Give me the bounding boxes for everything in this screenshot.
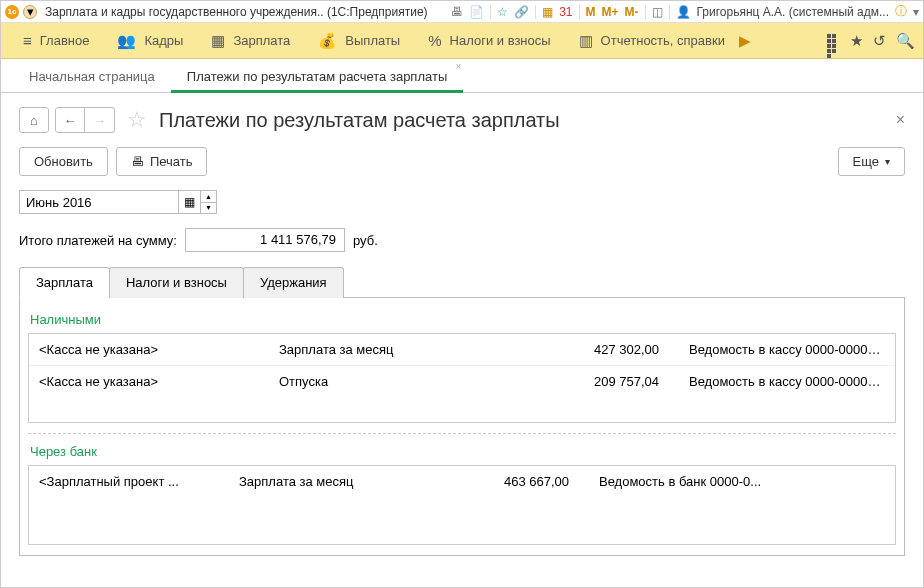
nav-reports[interactable]: ▥Отчетность, справки (565, 23, 739, 59)
apps-icon[interactable] (826, 34, 840, 48)
user-name: Григорьянц А.А. (системный адм... (697, 5, 889, 19)
tab-deductions[interactable]: Удержания (243, 267, 344, 298)
total-value: 1 411 576,79 (185, 228, 345, 252)
window-title: Зарплата и кадры государственного учрежд… (45, 5, 428, 19)
user-icon: 👤 (676, 5, 691, 19)
section-cash-label: Наличными (30, 312, 896, 327)
table-row[interactable]: <Касса не указана> Зарплата за месяц 427… (29, 334, 895, 366)
more-button[interactable]: Еще ▾ (838, 147, 905, 176)
nav-label: Отчетность, справки (601, 33, 725, 48)
page-tabs: Начальная страница Платежи по результата… (1, 59, 923, 93)
tab-start-page[interactable]: Начальная страница (13, 59, 171, 92)
period-input[interactable] (19, 190, 179, 214)
content-area: ⌂ ← → ☆ Платежи по результатам расчета з… (1, 93, 923, 570)
m-icon[interactable]: M (586, 5, 596, 19)
total-currency: руб. (353, 233, 378, 248)
money-icon: 💰 (318, 32, 337, 50)
cell-type: Зарплата за месяц (279, 342, 559, 357)
cell-amount: 427 302,00 (559, 342, 659, 357)
total-label: Итого платежей на сумму: (19, 233, 177, 248)
menu-tb-icon[interactable]: ▾ (913, 5, 919, 19)
tab-payments-results[interactable]: Платежи по результатам расчета зарплаты× (171, 59, 463, 92)
print-tb-icon[interactable]: 🖶 (451, 5, 463, 19)
table-row[interactable]: <Касса не указана> Отпуска 209 757,04 Ве… (29, 366, 895, 397)
spin-down-icon[interactable]: ▼ (201, 203, 216, 214)
nav-label: Выплаты (345, 33, 400, 48)
calc-tb-icon[interactable]: ▦ (542, 5, 553, 19)
search-icon[interactable]: 🔍 (896, 32, 915, 50)
calendar-picker-button[interactable]: ▦ (179, 190, 201, 214)
cell-amount: 209 757,04 (559, 374, 659, 389)
printer-icon: 🖶 (131, 154, 144, 169)
page-title: Платежи по результатам расчета зарплаты (159, 109, 560, 132)
tab-content: Наличными <Касса не указана> Зарплата за… (19, 298, 905, 556)
home-button[interactable]: ⌂ (19, 107, 49, 133)
chevron-down-icon: ▾ (885, 156, 890, 167)
chevron-right-icon[interactable]: ▶ (739, 32, 751, 50)
link-tb-icon[interactable]: 🔗 (514, 5, 529, 19)
cell-kassa: <Касса не указана> (39, 374, 279, 389)
nav-staff[interactable]: 👥Кадры (103, 23, 197, 59)
cell-kassa: <Касса не указана> (39, 342, 279, 357)
cell-doc: Ведомость в кассу 0000-000006 ... (659, 342, 885, 357)
tab-salary[interactable]: Зарплата (19, 267, 110, 298)
dropdown-icon[interactable]: ▾ (23, 5, 37, 19)
period-spinner[interactable]: ▲▼ (201, 190, 217, 214)
spin-up-icon[interactable]: ▲ (201, 191, 216, 203)
nav-label: Главное (40, 33, 90, 48)
refresh-button[interactable]: Обновить (19, 147, 108, 176)
m-plus-icon[interactable]: M+ (602, 5, 619, 19)
cell-doc: Ведомость в банк 0000-0... (569, 474, 885, 489)
title-bar: 1c ▾ Зарплата и кадры государственного у… (1, 1, 923, 23)
history-icon[interactable]: ↺ (873, 32, 886, 50)
close-page-button[interactable]: × (896, 111, 905, 129)
main-nav: ≡Главное 👥Кадры ▦Зарплата 💰Выплаты %Нало… (1, 23, 923, 59)
print-button[interactable]: 🖶Печать (116, 147, 208, 176)
m-minus-icon[interactable]: M- (625, 5, 639, 19)
fav-star-icon[interactable]: ★ (850, 32, 863, 50)
cell-type: Зарплата за месяц (239, 474, 469, 489)
nav-taxes[interactable]: %Налоги и взносы (414, 23, 564, 59)
nav-label: Зарплата (233, 33, 290, 48)
nav-label: Налоги и взносы (450, 33, 551, 48)
cash-table[interactable]: <Касса не указана> Зарплата за месяц 427… (28, 333, 896, 423)
cell-amount: 463 667,00 (469, 474, 569, 489)
nav-salary[interactable]: ▦Зарплата (197, 23, 304, 59)
bank-table[interactable]: <Зарплатный проект ... Зарплата за месяц… (28, 465, 896, 545)
nav-payments[interactable]: 💰Выплаты (304, 23, 414, 59)
nav-label: Кадры (144, 33, 183, 48)
app-logo-icon: 1c (5, 5, 19, 19)
people-icon: 👥 (117, 32, 136, 50)
info-tb-icon[interactable]: ⓘ (895, 3, 907, 20)
nav-main[interactable]: ≡Главное (9, 23, 103, 59)
forward-button[interactable]: → (85, 107, 115, 133)
cell-type: Отпуска (279, 374, 559, 389)
report-icon: ▥ (579, 32, 593, 50)
section-bank-label: Через банк (30, 444, 896, 459)
close-tab-icon[interactable]: × (455, 61, 461, 72)
star-tb-icon[interactable]: ☆ (497, 5, 508, 19)
percent-icon: % (428, 32, 441, 49)
cell-doc: Ведомость в кассу 0000-000007 ... (659, 374, 885, 389)
cell-project: <Зарплатный проект ... (39, 474, 239, 489)
table-row[interactable]: <Зарплатный проект ... Зарплата за месяц… (29, 466, 895, 497)
tab-taxes[interactable]: Налоги и взносы (109, 267, 244, 298)
page-star-icon[interactable]: ☆ (127, 107, 147, 133)
doc-tb-icon[interactable]: 📄 (469, 5, 484, 19)
menu-icon: ≡ (23, 32, 32, 49)
calendar-tb-icon[interactable]: 31 (559, 5, 572, 19)
layout-tb-icon[interactable]: ◫ (652, 5, 663, 19)
back-button[interactable]: ← (55, 107, 85, 133)
calc-icon: ▦ (211, 32, 225, 50)
